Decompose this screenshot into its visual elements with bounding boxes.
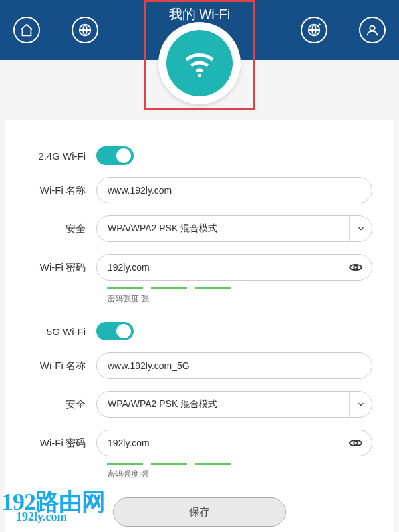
security-value-24g: WPA/WPA2 PSK 混合模式 xyxy=(108,223,217,235)
page-title: 我的 Wi-Fi xyxy=(169,5,230,23)
home-icon[interactable] xyxy=(13,17,40,43)
wifi-24g-toggle[interactable] xyxy=(96,146,134,165)
strength-bars-24g xyxy=(107,287,372,289)
security-value-5g: WPA/WPA2 PSK 混合模式 xyxy=(108,398,217,410)
settings-panel: 2.4G Wi-Fi Wi-Fi 名称 安全 WPA/WPA2 PSK 混合模式… xyxy=(5,120,394,532)
toggle-label-5g: 5G Wi-Fi xyxy=(27,326,96,337)
svg-point-2 xyxy=(370,26,374,31)
toggle-label-24g: 2.4G Wi-Fi xyxy=(27,150,96,162)
wifi-password-input-24g[interactable] xyxy=(96,254,372,281)
password-label-5g: Wi-Fi 密码 xyxy=(27,437,96,450)
eye-icon[interactable] xyxy=(348,260,363,275)
wifi-tab[interactable] xyxy=(158,22,241,104)
chevron-down-icon xyxy=(349,216,368,241)
security-select-24g[interactable]: WPA/WPA2 PSK 混合模式 xyxy=(96,215,372,242)
svg-point-5 xyxy=(354,441,358,445)
wifi-name-label-24g: Wi-Fi 名称 xyxy=(27,184,96,197)
strength-text-5g: 密码强度:强 xyxy=(107,469,372,480)
globe-icon[interactable] xyxy=(72,17,98,43)
strength-text-24g: 密码强度:强 xyxy=(107,293,372,305)
wifi-5g-toggle[interactable] xyxy=(96,322,134,340)
globe-more-icon[interactable] xyxy=(301,17,327,43)
user-icon[interactable] xyxy=(359,17,386,43)
security-select-5g[interactable]: WPA/WPA2 PSK 混合模式 xyxy=(96,391,372,418)
strength-bars-5g xyxy=(107,463,372,465)
password-label-24g: Wi-Fi 密码 xyxy=(27,261,96,274)
svg-point-4 xyxy=(354,265,358,269)
wifi-name-input-5g[interactable] xyxy=(96,352,372,379)
wifi-name-input-24g[interactable] xyxy=(96,177,372,203)
chevron-down-icon xyxy=(349,392,368,417)
wifi-icon xyxy=(180,43,219,83)
security-label-24g: 安全 xyxy=(27,223,96,235)
security-label-5g: 安全 xyxy=(27,398,96,411)
svg-point-3 xyxy=(198,74,201,77)
eye-icon[interactable] xyxy=(348,436,363,450)
wifi-name-label-5g: Wi-Fi 名称 xyxy=(27,360,96,372)
save-button[interactable]: 保存 xyxy=(113,497,286,527)
wifi-password-input-5g[interactable] xyxy=(96,430,372,456)
